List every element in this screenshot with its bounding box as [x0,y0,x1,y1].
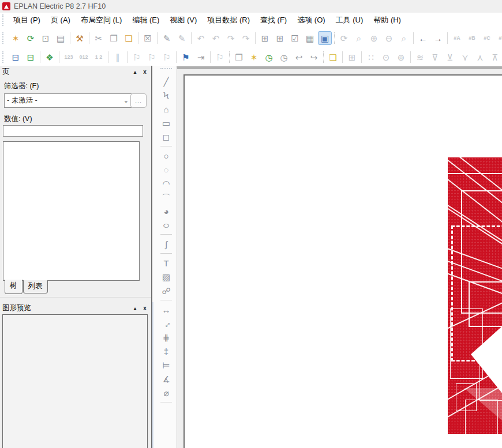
new-page-alt-icon[interactable]: ✶ [247,50,261,64]
schematic-page-canvas[interactable] [183,74,502,448]
format-brush-icon[interactable]: ✎ [160,31,174,45]
layout-navigator-icon[interactable]: ⊟ [24,50,38,64]
device-search-icon[interactable]: ⋏ [473,50,487,64]
toolbar-handle[interactable] [2,32,6,44]
layout-space-icon[interactable]: ⊞ [273,31,287,45]
angle-dimension-icon[interactable]: ∡ [159,372,174,386]
page-check-icon[interactable]: ☑ [288,31,302,45]
value-input[interactable] [3,125,143,137]
settings-wrench-icon[interactable]: ⚒ [73,31,87,45]
tab-tree[interactable]: 树 [5,280,23,294]
flag-forward-icon[interactable]: ⚐ [160,50,174,64]
workbook-icon[interactable]: ⊞ [258,31,272,45]
arc-icon[interactable]: ◠ [159,176,174,190]
copy-icon[interactable]: ❐ [107,31,121,45]
text-icon[interactable]: T [159,256,174,270]
rectangle-center-icon[interactable]: ◻ [159,130,174,144]
rectangle-icon[interactable]: ▭ [159,116,174,130]
connections-icon[interactable]: ≋ [413,50,427,64]
project-check-icon[interactable]: ⚑ [179,50,193,64]
flag-check-icon[interactable]: ⚐ [130,50,144,64]
toolbar-handle[interactable] [160,68,172,71]
grid-b-icon[interactable]: #B [465,31,479,45]
terminal-numbering-icon[interactable]: 012 [77,50,91,64]
toolbar-handle[interactable] [2,14,6,26]
device-check-icon[interactable]: ⊽ [428,50,442,64]
open-page-icon[interactable]: ⟳ [24,31,38,45]
format-brush-assign-icon[interactable]: ✎ [175,31,189,45]
grid-d-icon[interactable]: #D [495,31,502,45]
zoom-in-icon[interactable]: ⊕ [367,31,381,45]
placeholder-icon[interactable]: ⊞ [345,50,359,64]
menu-help[interactable]: 帮助 (H) [368,13,406,28]
datum-dimension-icon[interactable]: ‡ [159,344,174,358]
zoom-100-icon[interactable]: ⌕ [397,31,411,45]
device-numbering-icon[interactable]: 123 [62,50,76,64]
device-edit-icon[interactable]: ⋎ [458,50,472,64]
flag-remove-icon[interactable]: ⚐ [213,50,227,64]
plugin-icon[interactable]: ❖ [43,50,57,64]
zoom-out-icon[interactable]: ⊖ [382,31,396,45]
preview-panel-header[interactable]: 图形预览 ▴ x [2,303,149,313]
spline-icon[interactable]: ∫ [159,237,174,251]
undo-list-icon[interactable]: ↶ [209,31,223,45]
arc-3point-icon[interactable]: ⌒ [159,190,174,204]
menu-find[interactable]: 查找 (F) [255,13,292,28]
paste-icon[interactable]: ❏ [122,31,136,45]
export-page-icon[interactable]: ↪ [307,50,321,64]
redraw-icon[interactable]: ⟳ [337,31,351,45]
redo-list-icon[interactable]: ↷ [239,31,253,45]
menu-options[interactable]: 选项 (O) [292,13,330,28]
cut-icon[interactable]: ✂ [92,31,106,45]
grid-c-icon[interactable]: #C [480,31,494,45]
sector-icon[interactable]: ◕ [159,204,174,218]
close-icon[interactable]: x [141,304,149,312]
polyline-icon[interactable]: Ϟ [159,88,174,102]
menu-page[interactable]: 页 (A) [46,13,76,28]
menu-edit[interactable]: 编辑 (E) [127,13,164,28]
import-page-icon[interactable]: ↩ [292,50,306,64]
menu-view[interactable]: 视图 (V) [164,13,202,28]
device-select-icon[interactable]: ⊻ [443,50,457,64]
grid-a-icon[interactable]: #A [450,31,464,45]
pin-icon[interactable]: ▴ [131,68,139,76]
menu-project[interactable]: 项目 (P) [8,13,46,28]
filter-browse-button[interactable]: ... [130,93,147,108]
multi-insert-icon[interactable]: ∷ [364,50,378,64]
menu-layout-space[interactable]: 布局空间 (L) [76,13,128,28]
pages-panel-header[interactable]: 页 ▴ x [2,67,149,77]
tab-list[interactable]: 列表 [23,280,48,293]
pin-numbering-icon[interactable]: 1 2 [92,50,106,64]
undo-icon[interactable]: ↶ [194,31,208,45]
line-icon[interactable]: ╱ [159,74,174,88]
back-icon[interactable]: ← [416,31,430,45]
delete-selection-icon[interactable]: ☒ [141,31,155,45]
enclosure-icon[interactable]: ⊼ [488,50,502,64]
image-icon[interactable]: ▨ [159,270,174,284]
insert-point-icon[interactable]: ⇥ [194,50,208,64]
page-tree-list[interactable] [3,141,140,281]
zoom-window-icon[interactable]: ⌕ [352,31,366,45]
copy-page-icon[interactable]: ❐ [232,50,246,64]
radius-dimension-icon[interactable]: ⌀ [159,386,174,400]
window-macro-icon[interactable]: ❏ [326,50,340,64]
circle-points-icon[interactable]: ◌ [159,163,174,176]
ellipse-icon[interactable]: ○ [155,218,177,232]
circle-icon[interactable]: ○ [159,149,174,163]
polygon-icon[interactable]: ⌂ [159,102,174,116]
insert-down-icon[interactable]: ⊙ [379,50,393,64]
toolbar-handle[interactable] [2,51,6,63]
baseline-dimension-icon[interactable]: ⊨ [159,358,174,372]
hyperlink-icon[interactable]: ☍ [159,284,174,298]
flag-settings-icon[interactable]: ⚐ [145,50,159,64]
page-navigator-icon[interactable]: ⊟ [9,50,23,64]
redo-icon[interactable]: ↷ [224,31,238,45]
parallel-update-icon[interactable]: ∥ [111,50,125,64]
pin-icon[interactable]: ▴ [131,304,139,312]
menu-project-data[interactable]: 项目数据 (R) [202,13,255,28]
new-page-icon[interactable]: ✶ [9,31,23,45]
menu-tools[interactable]: 工具 (U) [331,13,369,28]
page-settings-icon[interactable]: ⊡ [39,31,53,45]
graphic-preview-icon[interactable]: ▣ [318,31,332,45]
insert-up-icon[interactable]: ⊚ [394,50,408,64]
